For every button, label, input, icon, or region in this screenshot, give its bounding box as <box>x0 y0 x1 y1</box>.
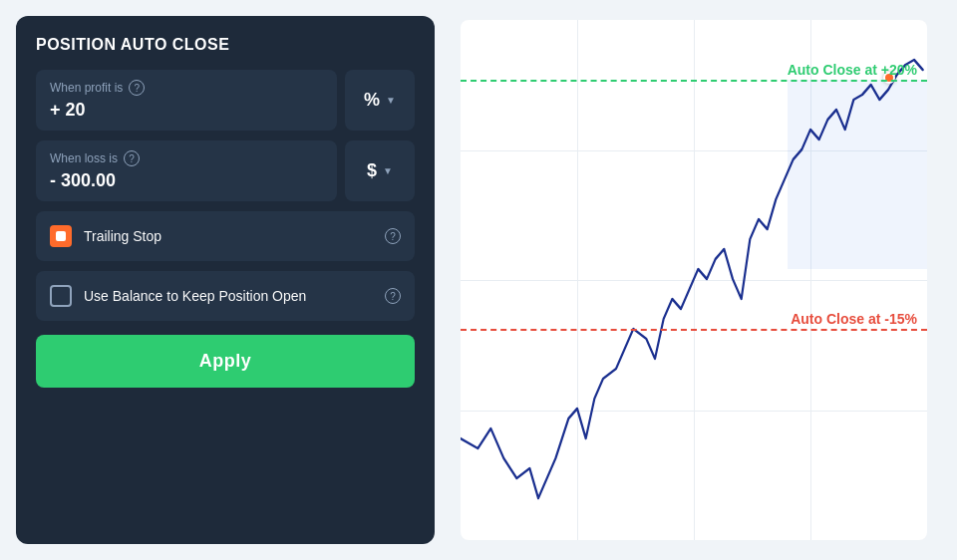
profit-unit-arrow: ▼ <box>386 95 396 106</box>
chart-panel: Auto Close at +20% Auto Close at -15% <box>451 0 957 560</box>
trailing-stop-row[interactable]: Trailing Stop ? <box>36 211 415 261</box>
chart-area: Auto Close at +20% Auto Close at -15% <box>461 20 927 540</box>
loss-annotation-line <box>461 329 927 331</box>
use-balance-help-icon[interactable]: ? <box>385 288 401 304</box>
use-balance-row[interactable]: Use Balance to Keep Position Open ? <box>36 271 415 321</box>
profit-field[interactable]: When profit is ? + 20 <box>36 70 337 131</box>
position-auto-close-panel: POSITION AUTO CLOSE When profit is ? + 2… <box>16 16 435 544</box>
profit-annotation-label: Auto Close at +20% <box>788 62 917 78</box>
use-balance-checkbox[interactable] <box>50 285 72 307</box>
profit-unit-selector[interactable]: % ▼ <box>345 70 415 131</box>
loss-field[interactable]: When loss is ? - 300.00 <box>36 140 337 201</box>
profit-annotation-line <box>461 80 927 82</box>
trailing-stop-checkbox[interactable] <box>50 225 72 247</box>
loss-unit-arrow: ▼ <box>383 165 393 176</box>
trailing-stop-help-icon[interactable]: ? <box>385 228 401 244</box>
loss-label: When loss is ? <box>50 150 323 166</box>
profit-help-icon[interactable]: ? <box>129 80 145 96</box>
loss-help-icon[interactable]: ? <box>124 150 140 166</box>
trailing-stop-label: Trailing Stop <box>84 228 373 244</box>
profit-row: When profit is ? + 20 % ▼ <box>36 70 415 131</box>
panel-title: POSITION AUTO CLOSE <box>36 36 415 54</box>
profit-label: When profit is ? <box>50 80 323 96</box>
loss-unit-selector[interactable]: $ ▼ <box>345 140 415 201</box>
loss-row: When loss is ? - 300.00 $ ▼ <box>36 140 415 201</box>
chart-line-svg <box>461 20 927 540</box>
profit-value: + 20 <box>50 100 323 121</box>
apply-button[interactable]: Apply <box>36 335 415 388</box>
loss-value: - 300.00 <box>50 170 323 191</box>
use-balance-label: Use Balance to Keep Position Open <box>84 288 373 304</box>
loss-annotation-label: Auto Close at -15% <box>791 311 917 327</box>
